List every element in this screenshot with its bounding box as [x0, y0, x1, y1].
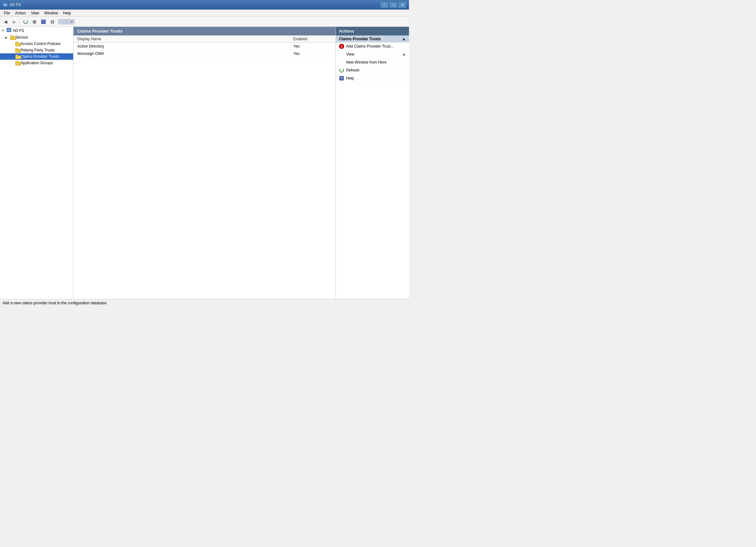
inner-window-controls: − □ ✕ — [58, 19, 74, 24]
title-bar: AD AD FS − □ ✕ — [0, 0, 409, 10]
relying-party-label: Relying Party Trusts — [20, 48, 55, 52]
actions-header: Actions — [336, 27, 409, 35]
add-trust-label: Add Claims Provider Trust... — [346, 44, 394, 49]
row-1-enabled: Yes — [293, 44, 332, 49]
show-hide-button[interactable]: ⊞ — [30, 18, 39, 26]
tree-item-application-groups[interactable]: Application Groups — [0, 60, 73, 66]
application-groups-label: Application Groups — [20, 61, 53, 65]
adfs-root-icon: AD — [6, 27, 12, 34]
collapse-icon: ▲ — [402, 37, 406, 41]
show-hide-icon: ⊞ — [33, 19, 36, 24]
tree-item-service[interactable]: ▶ Service — [0, 34, 73, 41]
actions-title: Actions — [339, 29, 354, 34]
help-toolbar-icon: ? — [41, 19, 46, 24]
back-button[interactable]: ◀ — [1, 18, 10, 26]
tree-item-claims-provider[interactable]: Claims Provider Trusts — [0, 53, 73, 60]
table-row[interactable]: Active Directory Yes — [73, 43, 336, 50]
panel-content: Display Name Enabled Active Directory Ye… — [73, 35, 336, 299]
service-label: Service — [15, 35, 28, 40]
forward-button[interactable]: ▶ — [10, 18, 19, 26]
actions-section-label: Claims Provider Trusts — [339, 37, 381, 41]
forward-icon: ▶ — [13, 19, 16, 24]
view-label: View — [346, 52, 354, 57]
close-button[interactable]: ✕ — [398, 2, 406, 8]
view-toolbar-icon: ⊟ — [50, 19, 54, 24]
toolbar: ◀ ▶ ⊞ ? ⊟ − □ ✕ — [0, 17, 409, 27]
menu-file[interactable]: File — [1, 10, 12, 16]
inner-minimize-btn[interactable]: − — [58, 19, 64, 24]
menu-bar: File Action View Window Help — [0, 10, 409, 17]
svg-text:AD: AD — [7, 29, 11, 31]
view-icon — [339, 52, 344, 57]
tree-item-adfs[interactable]: ▼ AD AD FS — [0, 27, 73, 34]
col-enabled: Enabled — [293, 37, 332, 41]
refresh-toolbar-icon — [23, 19, 28, 24]
window-title: AD FS — [10, 3, 21, 7]
left-panel: ▼ AD AD FS ▶ Service Access Control Poli… — [0, 27, 73, 299]
toolbar-separator-1 — [20, 19, 20, 25]
col-display-name: Display Name — [77, 37, 293, 41]
row-2-name: Monosign OWA — [77, 51, 293, 56]
status-text: Add a new claims provider trust to the c… — [3, 301, 107, 305]
help-toolbar-button[interactable]: ? — [39, 18, 48, 26]
back-icon: ◀ — [4, 19, 7, 24]
table-row[interactable]: Monosign OWA Yes — [73, 50, 336, 58]
expand-adfs: ▼ — [1, 29, 6, 32]
table-header: Display Name Enabled — [73, 35, 336, 43]
claims-provider-label: Claims Provider Trusts — [20, 54, 59, 59]
panel-header: Claims Provider Trusts — [73, 27, 336, 35]
service-folder-icon — [10, 35, 15, 39]
adfs-label: AD FS — [13, 28, 24, 33]
add-claims-provider-item[interactable]: 1 Add Claims Provider Trust... — [336, 42, 409, 50]
view-item[interactable]: View ▶ — [336, 50, 409, 58]
middle-panel: Claims Provider Trusts Display Name Enab… — [73, 27, 336, 299]
menu-view[interactable]: View — [28, 10, 42, 16]
view-toolbar-button[interactable]: ⊟ — [48, 18, 57, 26]
row-1-name: Active Directory — [77, 44, 293, 49]
refresh-icon — [339, 68, 344, 73]
menu-window[interactable]: Window — [42, 10, 61, 16]
access-control-folder-icon — [15, 42, 20, 46]
help-item[interactable]: ? Help — [336, 74, 409, 82]
relying-party-folder-icon — [15, 48, 20, 52]
help-label: Help — [346, 76, 354, 81]
tree-item-access-control[interactable]: Access Control Policies — [0, 41, 73, 47]
title-bar-left: AD AD FS — [3, 2, 21, 7]
refresh-item[interactable]: Refresh — [336, 66, 409, 74]
right-panel: Actions Claims Provider Trusts ▲ 1 Add C… — [336, 27, 409, 299]
title-bar-controls: − □ ✕ — [380, 2, 406, 8]
new-window-item[interactable]: New Window from Here — [336, 58, 409, 66]
expand-service: ▶ — [5, 36, 10, 39]
refresh-toolbar-button[interactable] — [21, 18, 30, 26]
access-control-label: Access Control Policies — [20, 42, 60, 46]
menu-action[interactable]: Action — [12, 10, 28, 16]
new-window-label: New Window from Here — [346, 60, 387, 65]
actions-section-claims-provider: Claims Provider Trusts ▲ — [336, 35, 409, 42]
help-icon: ? — [339, 76, 344, 81]
inner-close-btn[interactable]: ✕ — [69, 19, 74, 24]
minimize-button[interactable]: − — [380, 2, 389, 8]
refresh-label: Refresh — [346, 68, 359, 73]
status-bar: Add a new claims provider trust to the c… — [0, 299, 409, 306]
menu-help[interactable]: Help — [60, 10, 73, 16]
application-groups-folder-icon — [15, 61, 20, 65]
main-content: ▼ AD AD FS ▶ Service Access Control Poli… — [0, 27, 409, 299]
add-trust-icon: 1 — [339, 44, 344, 49]
new-window-icon — [339, 60, 344, 65]
maximize-button[interactable]: □ — [389, 2, 397, 8]
claims-provider-folder-icon — [15, 55, 20, 58]
app-icon: AD — [3, 2, 8, 7]
tree-item-relying-party[interactable]: Relying Party Trusts — [0, 47, 73, 53]
inner-restore-btn[interactable]: □ — [64, 19, 69, 24]
panel-title: Claims Provider Trusts — [77, 29, 123, 34]
row-2-enabled: Yes — [293, 51, 332, 56]
view-arrow-icon: ▶ — [403, 53, 406, 56]
